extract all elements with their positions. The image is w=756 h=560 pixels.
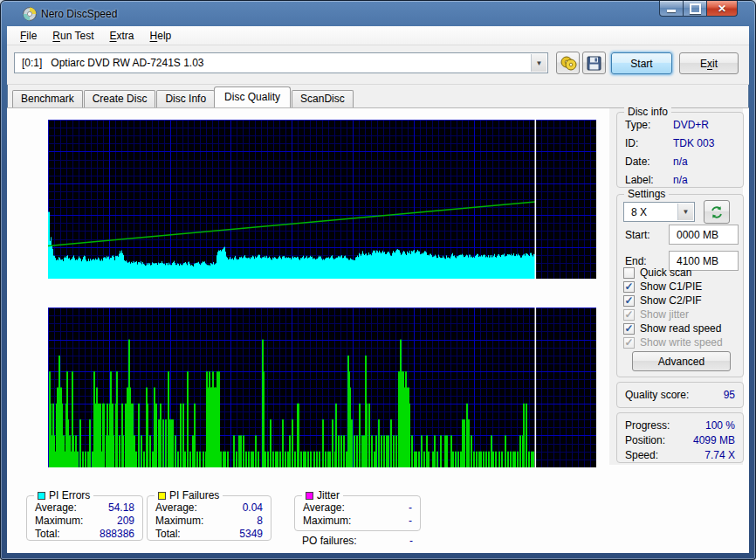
tab-scandisc[interactable]: ScanDisc: [292, 90, 354, 107]
progress-box: Progress:100 %Position:4099 MBSpeed:7.74…: [616, 412, 744, 463]
quality-score-value: 95: [724, 389, 735, 401]
stat-box-title: PI Failures: [155, 489, 223, 501]
stat-value: -: [409, 501, 412, 514]
stat-label: Average:: [155, 501, 197, 514]
progress-row: Progress:100 %: [617, 419, 743, 432]
stat-row: Maximum:-: [295, 515, 420, 527]
stat-row: Total:888386: [27, 528, 142, 540]
checkbox-show-c2-pif[interactable]: ✓Show C2/PIF: [623, 294, 702, 308]
checkbox-box[interactable]: [623, 267, 635, 279]
checkbox-show-read-speed[interactable]: ✓Show read speed: [623, 321, 721, 335]
app-icon[interactable]: [23, 7, 37, 21]
checkbox-box[interactable]: ✓: [623, 323, 635, 335]
stat-box-title-text: PI Failures: [169, 489, 219, 501]
advanced-button[interactable]: Advanced: [632, 351, 731, 371]
application-window: { "window": {"title": "Nero DiscSpeed"},…: [0, 0, 756, 560]
check-icon: ✓: [624, 296, 633, 306]
menu-item-help[interactable]: Help: [142, 28, 180, 44]
maximize-icon: [690, 3, 701, 14]
check-icon: ✓: [624, 338, 633, 348]
menu-bar: FileRun TestExtraHelp: [7, 26, 749, 45]
disc-info-label: Label:: [625, 174, 654, 186]
disc-info-value: n/a: [673, 156, 688, 168]
title-bar[interactable]: Nero DiscSpeed: [1, 1, 755, 26]
tab-benchmark[interactable]: Benchmark: [12, 90, 83, 107]
stat-row: Total:5349: [148, 528, 271, 540]
stat-box-title-text: PI Errors: [49, 489, 90, 501]
progress-row: Speed:7.74 X: [617, 449, 743, 461]
discs-icon: [560, 55, 577, 71]
checkbox-show-c1-pie[interactable]: ✓Show C1/PIE: [623, 280, 702, 294]
checkbox-label: Show jitter: [640, 308, 689, 321]
checkbox-box[interactable]: ✓: [623, 295, 635, 307]
speed-selector[interactable]: 8 X ▼: [623, 202, 695, 222]
start-field[interactable]: [669, 225, 739, 245]
stat-row: Maximum:209: [27, 515, 142, 527]
exit-button[interactable]: Exit: [679, 52, 739, 74]
menu-item-run-test[interactable]: Run Test: [45, 28, 101, 44]
menu-item-extra[interactable]: Extra: [102, 28, 142, 44]
minimize-button[interactable]: [659, 1, 684, 17]
checkbox-show-write-speed[interactable]: ✓Show write speed: [623, 335, 723, 349]
chevron-down-icon[interactable]: ▼: [531, 54, 546, 72]
progress-label: Speed:: [625, 449, 658, 461]
disc-info-row: ID:TDK 003: [617, 137, 743, 149]
jitter-groupbox: JitterAverage:-Maximum:-: [294, 495, 421, 531]
pi-failures-groupbox: PI FailuresAverage:0.04Maximum:8Total:53…: [147, 495, 271, 541]
check-icon: ✓: [624, 282, 633, 292]
menu-item-file[interactable]: File: [12, 28, 45, 44]
disc-info-row: Type:DVD+R: [617, 119, 743, 131]
eject-disc-button[interactable]: [556, 52, 580, 74]
stat-value: -: [409, 515, 412, 527]
po-failures-row: PO failures: -: [294, 535, 421, 547]
stat-box-title: PI Errors: [34, 489, 93, 501]
refresh-button[interactable]: [704, 200, 730, 224]
stat-label: Average:: [35, 501, 77, 514]
progress-label: Progress:: [625, 419, 670, 432]
disc-info-groupbox: Disc info Type:DVD+RID:TDK 003Date:n/aLa…: [616, 112, 744, 188]
checkbox-quick-scan[interactable]: Quick scan: [623, 266, 691, 280]
pi-errors-chart-canvas: [48, 120, 596, 279]
quality-score-box: Quality score: 95: [616, 382, 744, 408]
tab-disc-quality[interactable]: Disc Quality: [214, 86, 291, 107]
stat-value: 888386: [100, 528, 134, 540]
disc-info-value: TDK 003: [673, 137, 714, 149]
save-results-button[interactable]: [582, 52, 606, 74]
stat-label: Maximum:: [35, 515, 83, 527]
po-failures-value: -: [409, 535, 413, 547]
checkbox-box[interactable]: ✓: [623, 337, 635, 349]
tab-disc-info[interactable]: Disc Info: [156, 90, 215, 107]
maximize-button[interactable]: [683, 1, 707, 17]
drive-selector-value: [0:1] Optiarc DVD RW AD-7241S 1.03: [15, 57, 204, 69]
checkbox-box[interactable]: ✓: [623, 309, 635, 321]
disc-info-label: ID:: [625, 137, 638, 149]
checkbox-label: Show read speed: [640, 322, 721, 335]
stat-label: Total:: [155, 528, 181, 540]
start-button[interactable]: Start: [611, 52, 672, 74]
tab-strip: BenchmarkCreate DiscDisc InfoDisc Qualit…: [12, 87, 354, 107]
chevron-down-icon[interactable]: ▼: [677, 204, 693, 220]
progress-label: Position:: [625, 434, 665, 446]
stat-row: Average:0.04: [148, 501, 271, 514]
stat-box-title-text: Jitter: [317, 489, 340, 501]
tab-create-disc[interactable]: Create Disc: [84, 90, 156, 107]
pi-errors-groupbox: PI ErrorsAverage:54.18Maximum:209Total:8…: [26, 495, 143, 541]
stat-label: Maximum:: [303, 515, 351, 527]
check-icon: ✓: [624, 310, 633, 320]
disc-info-title: Disc info: [624, 106, 671, 118]
stat-row: Average:-: [295, 501, 420, 514]
disc-info-row: Date:n/a: [617, 156, 743, 168]
checkbox-show-jitter[interactable]: ✓Show jitter: [623, 308, 689, 321]
stat-value: 54.18: [108, 501, 134, 514]
jitter-swatch-icon: [306, 492, 313, 500]
checkbox-box[interactable]: ✓: [623, 281, 635, 293]
quality-score-label: Quality score:: [625, 389, 689, 401]
disc-info-label: Type:: [625, 119, 650, 131]
disc-info-row: Label:n/a: [617, 174, 743, 186]
close-button[interactable]: ✕: [706, 1, 738, 17]
drive-selector[interactable]: [0:1] Optiarc DVD RW AD-7241S 1.03 ▼: [14, 52, 548, 73]
close-icon: ✕: [718, 3, 726, 15]
check-icon: ✓: [624, 324, 633, 334]
progress-value: 100 %: [705, 419, 735, 432]
stat-row: Average:54.18: [27, 501, 142, 514]
